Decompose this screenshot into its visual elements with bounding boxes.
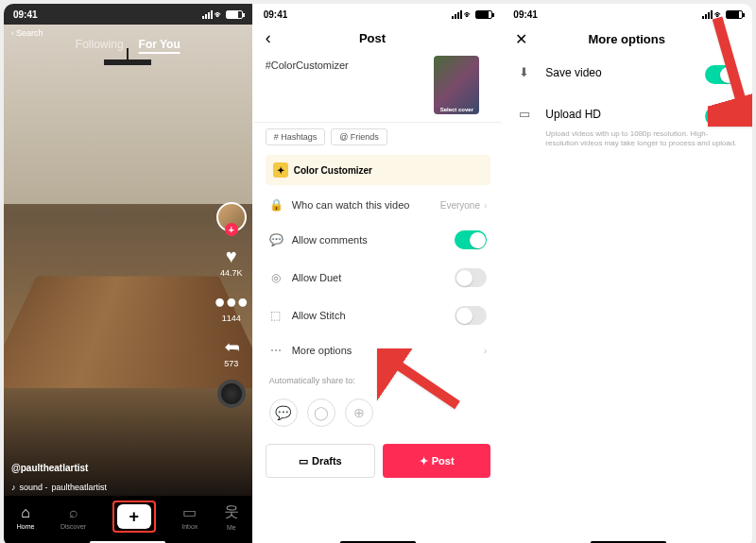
- status-time: 09:41: [13, 9, 38, 20]
- search-link[interactable]: ‹ Search: [11, 28, 43, 38]
- search-icon: ⌕: [69, 504, 78, 521]
- battery-icon: [475, 10, 492, 19]
- create-highlight: +: [112, 501, 156, 533]
- more-options-screen: 09:41 ᯤ ✕ More options ⬇Save video ▭Uplo…: [504, 4, 752, 543]
- post-screen: 09:41 ᯤ ‹ Post #ColorCustomizer Select c…: [254, 4, 503, 543]
- nav-me[interactable]: 웃Me: [224, 502, 239, 531]
- page-title: Post: [359, 31, 386, 45]
- tab-for-you[interactable]: For You: [139, 38, 180, 54]
- follow-plus-icon[interactable]: +: [225, 223, 238, 236]
- wifi-icon: ᯤ: [464, 9, 473, 20]
- back-button[interactable]: ‹: [266, 28, 271, 48]
- share-instagram[interactable]: ◯: [307, 399, 335, 427]
- like-count: 44.7K: [220, 268, 243, 278]
- comment-count: 1144: [222, 314, 241, 323]
- close-button[interactable]: ✕: [515, 30, 527, 48]
- row-allow-duet: ◎Allow Duet: [254, 259, 503, 297]
- sound-info[interactable]: ♪ sound - paultheatlartist: [11, 483, 107, 492]
- cover-thumbnail[interactable]: Select cover: [434, 56, 479, 114]
- person-icon: 웃: [224, 502, 239, 522]
- post-actions: ▭Drafts ✦Post: [254, 436, 503, 485]
- heart-icon: ♥: [219, 244, 244, 268]
- helper-chips: # Hashtags @ Friends: [254, 123, 503, 151]
- row-label: Allow comments: [292, 234, 368, 246]
- chevron-right-icon: ›: [484, 345, 488, 356]
- comment-icon: ●●●: [219, 289, 244, 314]
- cc-label: Color Customizer: [294, 165, 372, 176]
- signal-icon: [202, 10, 213, 19]
- hd-icon: ▭: [519, 107, 534, 121]
- status-indicators: ᯤ: [452, 9, 492, 20]
- chip-hashtags[interactable]: # Hashtags: [266, 128, 326, 145]
- toggle-allow-duet[interactable]: [455, 268, 487, 287]
- status-bar: 09:41 ᯤ: [4, 4, 252, 25]
- battery-icon: [726, 10, 743, 19]
- comment-button[interactable]: ●●●1144: [219, 289, 244, 323]
- status-indicators: ᯤ: [202, 9, 243, 20]
- home-icon: ⌂: [21, 504, 30, 521]
- status-time: 09:41: [264, 9, 288, 20]
- status-indicators: ᯤ: [702, 9, 743, 20]
- caption-area[interactable]: #ColorCustomizer Select cover: [254, 52, 503, 123]
- comment-icon: 💬: [269, 233, 283, 246]
- nav-home[interactable]: ⌂Home: [17, 504, 35, 530]
- create-button[interactable]: +: [117, 504, 151, 529]
- post-header: ‹ Post: [254, 25, 503, 52]
- signal-icon: [452, 10, 462, 19]
- toggle-allow-stitch[interactable]: [455, 306, 487, 325]
- row-save-video: ⬇Save video: [504, 54, 752, 95]
- row-label: Save video: [545, 66, 601, 79]
- cover-label: Select cover: [434, 107, 479, 112]
- share-other[interactable]: ⊕: [345, 399, 373, 427]
- toggle-save-video[interactable]: [705, 65, 737, 84]
- author-username[interactable]: @paultheatlartist: [11, 463, 88, 473]
- bottom-nav: ⌂Home ⌕Discover + ▭Inbox 웃Me: [4, 496, 252, 543]
- sparkle-icon: ✦: [273, 162, 288, 178]
- download-icon: ⬇: [519, 65, 534, 79]
- row-label: Allow Duet: [292, 272, 342, 283]
- author-avatar[interactable]: +: [216, 202, 247, 232]
- status-bar: 09:41 ᯤ: [504, 4, 752, 25]
- toggle-upload-hd[interactable]: [705, 107, 737, 126]
- row-who-can-watch[interactable]: 🔒Who can watch this video Everyone›: [254, 189, 503, 221]
- row-allow-comments: 💬Allow comments: [254, 221, 503, 259]
- drafts-button[interactable]: ▭Drafts: [266, 444, 375, 478]
- more-icon: ⋯: [269, 344, 283, 357]
- share-button[interactable]: ➦573: [219, 334, 244, 368]
- post-button[interactable]: ✦Post: [383, 444, 490, 478]
- inbox-icon: ▭: [182, 503, 197, 521]
- share-count: 573: [224, 359, 238, 368]
- auto-share-label: Automatically share to:: [254, 366, 503, 395]
- caption-hashtag: #ColorCustomizer: [266, 59, 349, 114]
- row-label: Upload HD: [545, 108, 601, 121]
- row-upload-hd: ▭Upload HD: [504, 95, 752, 129]
- music-note-icon: ♪: [11, 483, 16, 492]
- action-rail: + ♥44.7K ●●●1144 ➦573: [216, 202, 247, 408]
- video-background[interactable]: [4, 25, 252, 496]
- nav-discover[interactable]: ⌕Discover: [60, 504, 86, 530]
- upload-hd-description: Upload videos with up to 1080p resolutio…: [504, 129, 752, 149]
- chevron-right-icon: ›: [484, 200, 487, 211]
- share-message[interactable]: 💬: [269, 399, 298, 427]
- row-label: More options: [292, 345, 352, 356]
- row-label: Who can watch this video: [292, 199, 410, 211]
- row-value: Everyone: [440, 200, 480, 211]
- tab-following[interactable]: Following: [76, 38, 124, 54]
- video-caption: @paultheatlartist: [11, 463, 88, 473]
- wifi-icon: ᯤ: [714, 9, 724, 20]
- chip-friends[interactable]: @ Friends: [331, 128, 387, 145]
- status-bar: 09:41 ᯤ: [254, 4, 503, 25]
- wifi-icon: ᯤ: [215, 9, 224, 20]
- page-title: More options: [588, 32, 665, 46]
- chevron-left-icon: ‹: [11, 28, 14, 38]
- toggle-allow-comments[interactable]: [455, 230, 487, 249]
- status-time: 09:41: [513, 9, 538, 20]
- sound-disc[interactable]: [217, 380, 246, 408]
- drafts-icon: ▭: [299, 455, 308, 467]
- like-button[interactable]: ♥44.7K: [219, 244, 244, 278]
- nav-inbox[interactable]: ▭Inbox: [181, 503, 198, 530]
- share-targets: 💬 ◯ ⊕: [254, 395, 503, 436]
- color-customizer-banner[interactable]: ✦ Color Customizer: [266, 155, 491, 185]
- battery-icon: [226, 10, 243, 19]
- row-more-options[interactable]: ⋯More options ›: [254, 334, 503, 366]
